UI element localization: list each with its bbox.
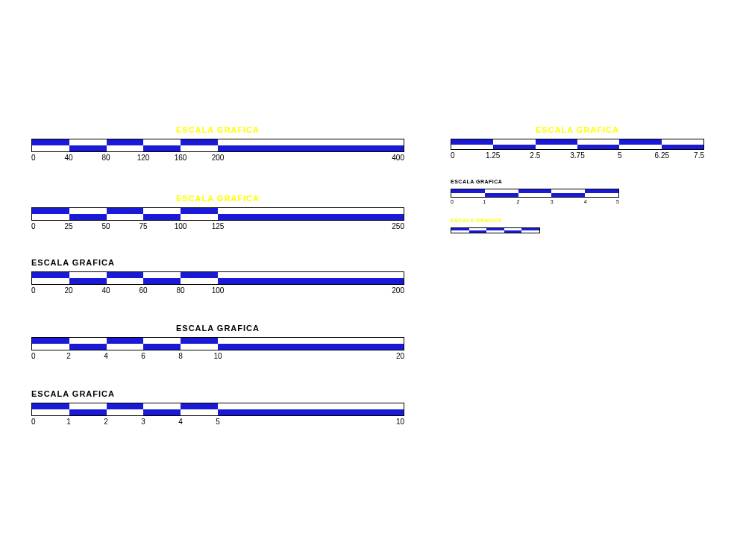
scale-segment <box>469 230 487 233</box>
tick-label: 125 <box>212 222 225 230</box>
scale-segment <box>181 214 218 220</box>
scale-segment <box>577 145 619 150</box>
tick-label: 25 <box>64 222 72 230</box>
scale-bar-bottom-row <box>32 344 404 350</box>
scale-segment <box>451 230 469 233</box>
tick-label: 0 <box>31 418 36 426</box>
scale-segment <box>181 272 218 278</box>
scale-segment <box>181 145 218 151</box>
scale-segment <box>107 338 144 344</box>
scale-segment <box>486 230 504 233</box>
scale-title: ESCALA GRAFICA <box>31 324 404 333</box>
scale-segment <box>218 409 404 415</box>
tick-label: 3 <box>141 418 145 426</box>
scale-segment <box>143 208 181 214</box>
tick-label: 1.25 <box>486 151 500 160</box>
tick-label: 4 <box>178 418 183 426</box>
scale-title: ESCALA GRAFICA <box>451 218 540 223</box>
scale-segment <box>32 139 69 145</box>
tick-label: 6.25 <box>655 151 669 160</box>
scale-segment <box>107 272 144 278</box>
tick-label: 75 <box>139 222 147 230</box>
scale-bar <box>31 271 404 285</box>
scale-bar <box>31 403 404 416</box>
scale-segment <box>143 403 181 409</box>
tick-label: 20 <box>64 286 72 295</box>
scale-s7_5: ESCALA GRAFICA01.252.53.7556.257.5 <box>451 125 704 162</box>
scale-bar <box>451 227 540 233</box>
scale-segment <box>69 208 107 214</box>
tick-label: 160 <box>175 154 187 162</box>
scale-segment <box>143 272 181 278</box>
tick-label: 200 <box>392 286 404 295</box>
scale-bar-top-row <box>32 338 404 344</box>
scale-segment <box>218 214 404 220</box>
tick-label: 8 <box>178 352 183 360</box>
tick-label: 6 <box>141 352 145 360</box>
scale-segment <box>218 278 404 284</box>
scale-segment <box>107 344 144 350</box>
tick-label: 0 <box>31 222 36 230</box>
scale-segment <box>181 208 218 214</box>
scale-segment <box>181 139 218 145</box>
scale-bar-bottom-row <box>32 278 404 284</box>
scale-segment <box>32 145 69 151</box>
scale-s250: ESCALA GRAFICA0255075100125250 <box>31 194 404 233</box>
scale-segment <box>551 193 585 197</box>
tick-label: 10 <box>396 418 404 426</box>
tick-label: 20 <box>396 352 404 360</box>
scale-segment <box>143 139 181 145</box>
tick-label: 0 <box>31 352 36 360</box>
scale-segment <box>504 230 522 233</box>
scale-bar-bottom-row <box>451 230 539 233</box>
scale-segment <box>32 208 69 214</box>
tick-label: 5 <box>618 151 622 160</box>
scale-bar-top-row <box>32 272 404 278</box>
scale-segment <box>518 193 552 197</box>
tick-label: 1 <box>483 199 486 204</box>
tick-label: 100 <box>212 286 225 295</box>
scale-segment <box>143 278 181 284</box>
tick-label: 2 <box>104 418 108 426</box>
scale-title: ESCALA GRAFICA <box>31 125 404 134</box>
scale-segment <box>107 208 144 214</box>
scale-bar <box>31 207 404 221</box>
scale-ticks: 01.252.53.7556.257.5 <box>451 151 704 162</box>
scale-segment <box>218 208 404 214</box>
scale-segment <box>69 214 107 220</box>
scale-segment <box>143 145 181 151</box>
scale-segment <box>218 338 404 344</box>
scale-segment <box>69 278 107 284</box>
tick-label: 7.5 <box>694 151 704 160</box>
scale-s5: ESCALA GRAFICA012345 <box>451 179 619 207</box>
scale-segment <box>218 145 404 151</box>
tick-label: 4 <box>584 199 587 204</box>
scale-title: ESCALA GRAFICA <box>31 389 404 398</box>
scale-segment <box>32 409 69 415</box>
scale-segment <box>181 409 218 415</box>
tick-label: 40 <box>101 286 110 295</box>
tick-label: 4 <box>104 352 108 360</box>
scale-segment <box>619 145 661 150</box>
scale-segment <box>32 403 69 409</box>
scale-segment <box>485 193 518 197</box>
scale-segment <box>493 145 535 150</box>
scale-title: ESCALA GRAFICA <box>451 179 619 184</box>
scale-segment <box>107 145 144 151</box>
scale-segment <box>69 272 107 278</box>
scale-segment <box>69 344 107 350</box>
scale-segment <box>143 214 181 220</box>
scale-bar-top-row <box>32 403 404 409</box>
tick-label: 50 <box>101 222 110 230</box>
scale-ticks: 020406080100200 <box>31 286 404 297</box>
scale-segment <box>218 344 404 350</box>
scale-segment <box>107 403 144 409</box>
scale-segment <box>451 193 485 197</box>
scale-segment <box>107 139 144 145</box>
scale-segment <box>69 403 107 409</box>
scale-segment <box>218 139 404 145</box>
tick-label: 1 <box>66 418 71 426</box>
scale-segment <box>585 193 618 197</box>
scale-title: ESCALA GRAFICA <box>451 125 704 134</box>
tick-label: 0 <box>451 199 454 204</box>
